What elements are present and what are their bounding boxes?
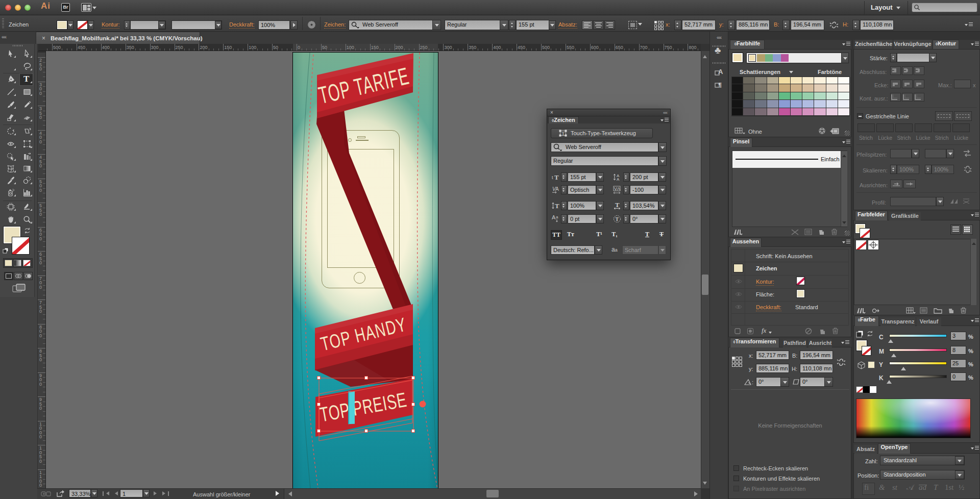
svg-text:T: T	[555, 202, 559, 210]
svg-text:t: t	[552, 175, 553, 180]
svg-text:T: T	[616, 216, 619, 222]
svg-text:A: A	[617, 177, 620, 181]
svg-text:T: T	[554, 173, 559, 181]
svg-text:T: T	[615, 202, 620, 209]
svg-text:A: A	[552, 215, 556, 220]
svg-text:A: A	[718, 68, 723, 76]
svg-text:T: T	[562, 131, 565, 136]
svg-text:A: A	[555, 186, 559, 192]
svg-text:A: A	[617, 186, 620, 191]
svg-text:¶: ¶	[718, 81, 722, 88]
svg-text:a: a	[556, 215, 558, 219]
